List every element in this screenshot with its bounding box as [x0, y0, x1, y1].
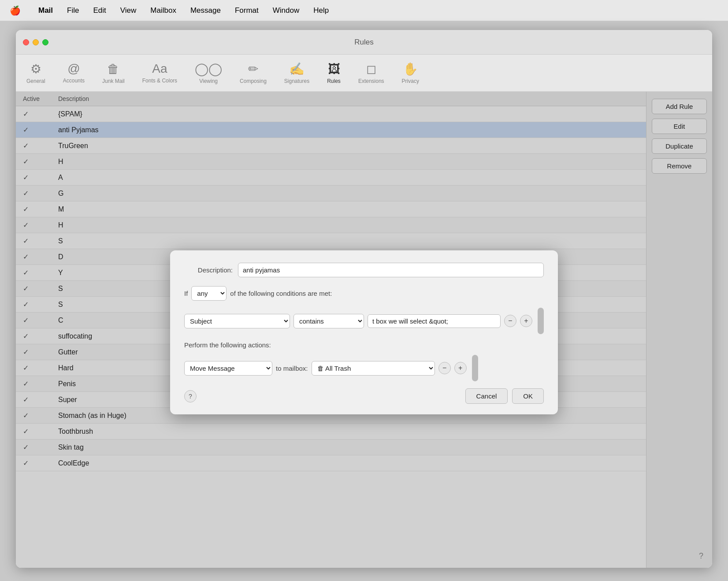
menu-window[interactable]: Window [270, 4, 302, 17]
toolbar-viewing-label: Viewing [199, 78, 218, 84]
remove-condition-button[interactable]: − [504, 315, 516, 327]
maximize-button[interactable] [42, 39, 48, 45]
viewing-icon: ◯◯ [195, 62, 222, 76]
gear-icon: ⚙ [30, 62, 41, 76]
menu-mailbox[interactable]: Mailbox [148, 4, 179, 17]
modal-overlay: Description: If any all of the following… [16, 92, 712, 568]
toolbar-viewing[interactable]: ◯◯ Viewing [191, 60, 226, 86]
mailbox-label: to mailbox: [276, 365, 308, 372]
close-button[interactable] [23, 39, 29, 45]
window-title: Rules [354, 38, 373, 47]
extensions-icon: ◻ [366, 62, 376, 76]
toolbar-privacy[interactable]: ✋ Privacy [398, 60, 423, 86]
action-select[interactable]: Move Message Copy Message Delete Message… [184, 361, 272, 376]
toolbar-extensions[interactable]: ◻ Extensions [355, 60, 388, 86]
condition-scroll-handle [538, 308, 544, 334]
description-input[interactable] [238, 263, 544, 277]
minimize-button[interactable] [33, 39, 39, 45]
actions-section-label: Perform the following actions: [184, 341, 544, 349]
menu-help[interactable]: Help [311, 4, 331, 17]
toolbar-composing[interactable]: ✏ Composing [236, 60, 270, 86]
modal-footer: ? Cancel OK [184, 388, 544, 404]
apple-menu[interactable]: 🍎 [7, 4, 23, 18]
menubar: 🍎 Mail File Edit View Mailbox Message Fo… [0, 0, 728, 21]
action-row: Move Message Copy Message Delete Message… [184, 355, 544, 381]
action-scroll-handle [472, 355, 478, 381]
at-icon: @ [67, 62, 80, 76]
toolbar-junkmail-label: Junk Mail [102, 78, 125, 84]
ok-button[interactable]: OK [512, 388, 544, 404]
toolbar-general-label: General [26, 78, 45, 84]
junk-icon: 🗑 [107, 62, 119, 76]
toolbar-privacy-label: Privacy [402, 78, 419, 84]
toolbar-fonts-label: Fonts & Colors [142, 78, 177, 84]
if-label: If [184, 290, 188, 297]
signatures-icon: ✍ [289, 62, 305, 76]
toolbar-accounts-label: Accounts [63, 78, 85, 84]
mailbox-select[interactable]: 🗑 All Trash Inbox Sent [312, 361, 435, 376]
titlebar: Rules [16, 30, 712, 55]
contains-select[interactable]: contains does not contain begins with en… [293, 314, 364, 328]
toolbar-rules-label: Rules [327, 78, 341, 84]
toolbar-signatures-label: Signatures [284, 78, 309, 84]
toolbar-fonts[interactable]: Aa Fonts & Colors [139, 60, 181, 86]
add-action-button[interactable]: + [454, 362, 467, 374]
menu-message[interactable]: Message [188, 4, 223, 17]
fonts-icon: Aa [152, 62, 167, 76]
toolbar-general[interactable]: ⚙ General [23, 60, 49, 86]
condition-text-input[interactable] [368, 314, 501, 328]
menu-file[interactable]: File [64, 4, 82, 17]
help-button[interactable]: ? [184, 390, 197, 402]
rules-icon: 🖼 [328, 62, 340, 76]
toolbar-signatures[interactable]: ✍ Signatures [281, 60, 313, 86]
toolbar-rules[interactable]: 🖼 Rules [323, 60, 344, 86]
remove-action-button[interactable]: − [438, 362, 451, 374]
description-row: Description: [184, 263, 544, 277]
toolbar: ⚙ General @ Accounts 🗑 Junk Mail Aa Font… [16, 55, 712, 92]
traffic-lights [23, 39, 48, 45]
rule-edit-modal: Description: If any all of the following… [170, 250, 558, 414]
conditions-suffix: of the following conditions are met: [230, 290, 332, 297]
add-condition-button[interactable]: + [520, 315, 532, 327]
description-label: Description: [184, 266, 233, 274]
menu-view[interactable]: View [118, 4, 139, 17]
any-select[interactable]: any all [191, 286, 227, 301]
cancel-button[interactable]: Cancel [465, 388, 508, 404]
menu-format[interactable]: Format [232, 4, 261, 17]
subject-select[interactable]: Subject From To Date Body [184, 314, 290, 328]
toolbar-extensions-label: Extensions [358, 78, 384, 84]
if-row: If any all of the following conditions a… [184, 286, 544, 301]
content-area: Active Description ✓ {SPAM} ✓ anti Pyjam… [16, 92, 712, 568]
menu-mail[interactable]: Mail [36, 4, 56, 17]
condition-row: Subject From To Date Body contains does … [184, 308, 544, 334]
privacy-icon: ✋ [403, 62, 418, 76]
main-window: Rules ⚙ General @ Accounts 🗑 Junk Mail A… [16, 30, 712, 568]
toolbar-composing-label: Composing [240, 78, 267, 84]
menu-edit[interactable]: Edit [90, 4, 108, 17]
toolbar-accounts[interactable]: @ Accounts [59, 60, 88, 86]
toolbar-junkmail[interactable]: 🗑 Junk Mail [99, 60, 128, 86]
composing-icon: ✏ [248, 62, 258, 76]
